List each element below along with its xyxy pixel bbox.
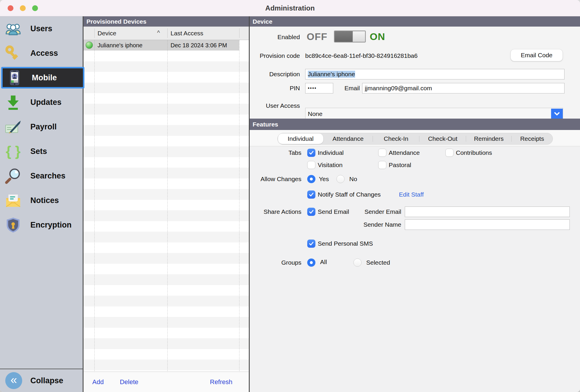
description-label: Description: [250, 70, 300, 78]
checkbox-visitation[interactable]: [307, 161, 315, 169]
sort-ascending-icon[interactable]: ^: [157, 27, 160, 40]
minimize-window-button[interactable]: [20, 5, 26, 11]
column-gridline: [239, 40, 239, 372]
device-header: Device: [250, 16, 580, 27]
provisioned-devices-header: Provisioned Devices: [84, 16, 249, 27]
radio-groups-selected[interactable]: [353, 259, 362, 267]
envelope-icon: [5, 192, 22, 209]
sender-email-field[interactable]: [405, 207, 570, 217]
checkbox-send-email-label: Send Email: [318, 208, 349, 216]
title-bar: Administration: [0, 0, 580, 16]
checkbox-individual-label: Individual: [318, 149, 344, 157]
tab-individual[interactable]: Individual: [278, 133, 323, 144]
key-icon: [5, 45, 22, 62]
window-title: Administration: [265, 4, 315, 12]
sidebar-item-label: Searches: [30, 171, 65, 181]
tab-reminders[interactable]: Reminders: [466, 133, 511, 144]
device-table-row[interactable]: Julianne's iphone Dec 18 2024 3:06 PM: [84, 40, 239, 51]
close-window-button[interactable]: [8, 5, 13, 11]
provision-code-value: bc89c4ce-6ea8-11ef-bf30-824916281ba6: [305, 52, 418, 60]
user-access-label: User Access: [250, 102, 300, 110]
features-header: Features: [250, 119, 580, 130]
enabled-on-label[interactable]: ON: [370, 31, 385, 42]
tab-receipts[interactable]: Receipts: [512, 133, 553, 144]
column-header-last-access[interactable]: Last Access: [171, 27, 203, 40]
checkbox-contributions[interactable]: [445, 149, 454, 157]
enabled-toggle[interactable]: [334, 31, 366, 42]
edit-staff-link[interactable]: Edit Staff: [399, 190, 424, 199]
provision-code-label: Provision code: [250, 52, 300, 60]
sidebar-item-searches[interactable]: Searches: [0, 164, 83, 188]
checkbox-attendance-label: Attendance: [389, 149, 420, 157]
add-device-button[interactable]: Add: [92, 378, 104, 386]
column-separator: [94, 28, 95, 38]
radio-selected-label: Selected: [366, 259, 390, 267]
sidebar-item-mobile[interactable]: Mobile: [1, 67, 84, 89]
checkbox-notify-staff[interactable]: [307, 190, 315, 199]
radio-yes-label: Yes: [319, 175, 329, 183]
column-header-device[interactable]: Device: [98, 27, 116, 40]
checkbox-send-email[interactable]: [307, 208, 315, 216]
collapse-label[interactable]: Collapse: [30, 376, 63, 385]
refresh-devices-button[interactable]: Refresh: [210, 378, 232, 386]
administration-window: Administration Us: [0, 0, 580, 392]
radio-allow-changes-yes[interactable]: [307, 175, 315, 183]
checkbox-attendance[interactable]: [378, 149, 386, 157]
sidebar-item-payroll[interactable]: Payroll: [0, 115, 83, 139]
column-separator: [167, 28, 168, 38]
sidebar-item-updates[interactable]: Updates: [0, 90, 83, 115]
users-icon: [5, 20, 22, 37]
sidebar-item-notices[interactable]: Notices: [0, 188, 83, 213]
sidebar-item-label: Mobile: [32, 73, 57, 82]
user-access-dropdown[interactable]: None: [305, 108, 563, 120]
zoom-window-button[interactable]: [32, 5, 38, 11]
email-field[interactable]: [362, 83, 565, 93]
enabled-off-label[interactable]: OFF: [307, 31, 327, 42]
device-table-empty-rows: [84, 51, 249, 372]
mobile-icon: [6, 69, 23, 86]
radio-groups-all[interactable]: [307, 259, 315, 267]
tab-check-out[interactable]: Check-Out: [419, 133, 466, 144]
sidebar-item-label: Access: [30, 49, 58, 58]
chevron-down-icon[interactable]: [551, 109, 563, 119]
delete-device-button[interactable]: Delete: [120, 378, 138, 386]
sidebar-item-users[interactable]: Users: [0, 16, 83, 41]
sender-email-label: Sender Email: [351, 208, 401, 216]
sender-name-field[interactable]: [405, 219, 570, 230]
devices-footer: Add Delete Refresh: [84, 372, 249, 392]
sidebar-item-label: Payroll: [30, 122, 57, 131]
checkbox-pastoral[interactable]: [378, 161, 386, 169]
provisioned-devices-panel: Provisioned Devices Device ^ Last Access…: [84, 16, 249, 392]
sidebar-item-label: Users: [30, 24, 52, 33]
pin-label: PIN: [250, 84, 300, 92]
sidebar-item-label: Encryption: [30, 221, 72, 230]
user-access-value: None: [308, 110, 322, 117]
description-field[interactable]: Julianne's iphone: [305, 69, 565, 79]
radio-all-label: All: [320, 258, 327, 266]
features-tabbar: Individual Attendance Check-In Check-Out…: [277, 133, 553, 145]
sidebar-item-label: Notices: [30, 196, 59, 205]
tab-attendance[interactable]: Attendance: [324, 133, 373, 144]
tab-check-in[interactable]: Check-In: [373, 133, 419, 144]
sidebar-item-label: Updates: [30, 98, 62, 107]
traffic-lights: [8, 5, 38, 11]
checkbox-send-sms[interactable]: [307, 240, 315, 248]
checkbox-contributions-label: Contributions: [456, 149, 492, 157]
svg-text:{ }: { }: [6, 143, 21, 159]
toggle-knob[interactable]: [335, 31, 353, 42]
collapse-icon[interactable]: «: [5, 372, 22, 389]
checkbox-notify-staff-label: Notify Staff of Changes: [318, 190, 381, 199]
online-status-icon: [86, 41, 93, 49]
device-table-header: Device ^ Last Access: [84, 27, 249, 40]
radio-allow-changes-no[interactable]: [336, 175, 345, 183]
allow-changes-label: Allow Changes: [250, 175, 301, 183]
checkbox-send-sms-label: Send Personal SMS: [318, 240, 373, 248]
email-code-button[interactable]: Email Code: [510, 49, 563, 61]
sidebar-item-access[interactable]: Access: [0, 41, 83, 65]
sidebar-nav: Users Access: [0, 16, 83, 369]
sidebar-item-encryption[interactable]: Encryption: [0, 213, 83, 237]
email-label: Email: [310, 84, 360, 92]
sidebar-item-sets[interactable]: { } Sets: [0, 139, 83, 164]
checkbox-individual[interactable]: [307, 149, 315, 157]
magnifier-icon: [5, 167, 22, 184]
